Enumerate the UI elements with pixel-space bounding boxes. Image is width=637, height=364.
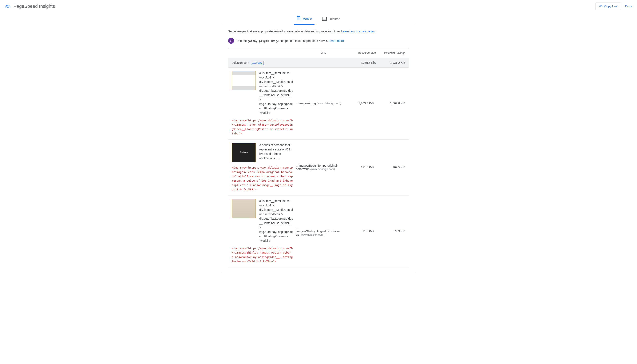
content-panel: Serve images that are appropriately-size… (222, 25, 415, 272)
html-snippet: <img src="https://www.delasign.com/CDN/i… (232, 246, 294, 264)
copy-link-label: Copy Link (604, 5, 617, 8)
tab-mobile[interactable]: Mobile (292, 13, 317, 24)
logo-text[interactable]: PageSpeed Insights (14, 4, 55, 9)
savings-cell: 162.5 KiB (376, 166, 405, 169)
savings-cell: 79.9 KiB (376, 230, 405, 233)
url-path: …images/-.png (296, 102, 316, 105)
size-cell: 171.8 KiB (344, 166, 374, 169)
desktop-icon (322, 17, 327, 20)
header-left: PageSpeed Insights (5, 3, 55, 9)
table-header: URL Resource Size Potential Savings (228, 48, 409, 58)
party-badge: 1st Party (251, 60, 264, 65)
th-url: URL (300, 51, 346, 55)
savings-cell: 1,569.8 KiB (376, 102, 405, 105)
css-selector: a.listItem__ItemLink-sc-wo4t7z-1 > div.l… (259, 199, 294, 243)
table-container: URL Resource Size Potential Savings dela… (228, 48, 409, 267)
serve-images-text: Serve images that are appropriately-size… (228, 29, 409, 34)
image-details: a.listItem__ItemLink-sc-wo4t7z-1 > div.l… (232, 71, 294, 136)
html-snippet: <img src="https://www.delasign.com/CDN/i… (232, 166, 294, 192)
tabs: Mobile Desktop (0, 13, 637, 25)
gatsby-row: Use the gatsby-plugin-image component to… (228, 38, 409, 44)
image-thumbnail[interactable]: firstborn (232, 143, 256, 162)
url-domain: (www.delasign.com) (317, 102, 341, 105)
table-row: firstborn A series of screens that repre… (228, 139, 409, 195)
domain-size: 2,235.8 KiB (346, 61, 376, 64)
url-cell: …images/-.png (www.delasign.com) (296, 102, 342, 105)
image-thumbnail[interactable] (232, 199, 256, 218)
header-right: Copy Link Docs (595, 2, 632, 10)
size-cell: 1,803.6 KiB (344, 102, 374, 105)
svg-rect-3 (322, 17, 326, 20)
url-domain: (www.delasign.com) (300, 233, 324, 236)
main: Serve images that are appropriately-size… (218, 25, 419, 272)
css-selector: a.listItem__ItemLink-sc-wo4t7z-1 > div.l… (259, 71, 294, 115)
url-domain: (www.delasign.com) (310, 168, 335, 171)
th-potential-savings: Potential Savings (376, 51, 405, 55)
tab-desktop[interactable]: Desktop (317, 13, 345, 24)
header: PageSpeed Insights Copy Link Docs (0, 0, 637, 13)
image-details: a.listItem__ItemLink-sc-wo4t7z-1 > div.l… (232, 199, 294, 264)
tab-desktop-label: Desktop (329, 17, 340, 20)
learn-size-images-link[interactable]: Learn how to size images (341, 30, 375, 33)
svg-point-0 (7, 6, 9, 8)
html-snippet: <img src="https://www.delasign.com/CDN/i… (232, 118, 294, 136)
table-row: a.listItem__ItemLink-sc-wo4t7z-1 > div.l… (228, 67, 409, 139)
alt-text: A series of screens that represent a sui… (259, 143, 294, 160)
tab-mobile-label: Mobile (303, 17, 312, 20)
image-thumbnail[interactable] (232, 71, 256, 90)
gatsby-text: Use the gatsby-plugin-image component to… (237, 39, 345, 42)
svg-point-5 (229, 39, 233, 43)
domain-savings: 1,931.2 KiB (376, 61, 405, 64)
domain-row: delasign.com 1st Party 2,235.8 KiB 1,931… (228, 58, 409, 67)
mobile-icon (297, 16, 300, 21)
gatsby-learn-more-link[interactable]: Learn more (329, 39, 344, 42)
url-cell: …images/Shirley_August_Poster.webp (www.… (296, 226, 342, 236)
image-details: firstborn A series of screens that repre… (232, 143, 294, 192)
logo-icon (5, 3, 11, 9)
th-resource-size: Resource Size (346, 51, 376, 55)
serve-images-desc: Serve images that are appropriately-size… (228, 30, 341, 33)
url-cell: …images/Beats-Tempo-original-hero.webp (… (296, 164, 342, 171)
gatsby-icon (228, 38, 234, 44)
table-row: a.listItem__ItemLink-sc-wo4t7z-1 > div.l… (228, 195, 409, 267)
size-cell: 91.8 KiB (344, 230, 374, 233)
domain-name: delasign.com (232, 61, 249, 64)
docs-link[interactable]: Docs (625, 5, 632, 8)
domain-name-cell: delasign.com 1st Party (232, 60, 300, 65)
copy-link-button[interactable]: Copy Link (595, 2, 621, 10)
link-icon (599, 4, 603, 8)
svg-rect-2 (297, 17, 300, 20)
